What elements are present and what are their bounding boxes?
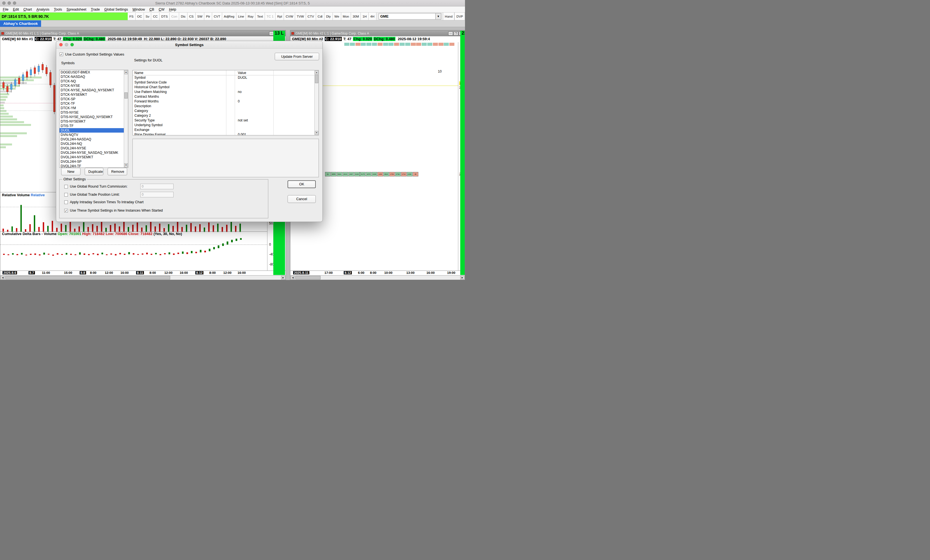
- cancel-button[interactable]: Cancel: [288, 195, 316, 203]
- toolbar-button[interactable]: Hand: [443, 12, 455, 20]
- menu-item[interactable]: Analysis: [34, 8, 52, 11]
- scroll-right-icon[interactable]: ▶: [460, 276, 465, 279]
- toolbar-button[interactable]: Dis: [179, 12, 188, 20]
- scroll-right-icon[interactable]: ▶: [281, 276, 285, 279]
- toolbar-button[interactable]: Ray: [246, 12, 255, 20]
- minimize-icon[interactable]: [8, 2, 11, 5]
- settings-table-row[interactable]: Category: [133, 109, 314, 114]
- toolbar-button[interactable]: AdjReg: [222, 12, 236, 20]
- toolbar-button[interactable]: CS: [188, 12, 196, 20]
- chart2-titlebar[interactable]: GME[M] 60 Min #2 L:1 | GameStop Corp. Cl…: [290, 31, 465, 36]
- menu-item[interactable]: Global Settings: [102, 8, 130, 11]
- scroll-left-icon[interactable]: ◀: [0, 276, 5, 279]
- toolbar-button[interactable]: OC: [135, 12, 144, 20]
- toolbar-button[interactable]: FS: [128, 12, 135, 20]
- symbol-list-item[interactable]: DVOL24H-NYSE_NASDAQ_NYSEMK: [60, 150, 124, 155]
- chart1-titlebar[interactable]: GME[M] 60 Min #1 L:1 | GameStop Corp. Cl…: [0, 31, 286, 36]
- symbol-list-item[interactable]: DVOL24H-SP: [60, 160, 124, 164]
- settings-table-row[interactable]: Historical Chart Symbol: [133, 85, 314, 90]
- symbol-list-item[interactable]: DTCK-NYSE: [60, 83, 124, 88]
- settings-table-row[interactable]: Exchange: [133, 127, 314, 132]
- symbol-combo[interactable]: GME ▼: [379, 13, 441, 20]
- global-position-limit-checkbox[interactable]: [64, 193, 68, 196]
- toolbar-button[interactable]: Rpl: [276, 12, 284, 20]
- toolbar-button[interactable]: CC: [151, 12, 160, 20]
- scrollbar-thumb[interactable]: [296, 276, 320, 279]
- chart2-h-scrollbar[interactable]: ◀ ▶: [290, 275, 465, 280]
- toolbar-button[interactable]: 1H: [361, 12, 369, 20]
- chevron-down-icon[interactable]: ▼: [436, 14, 441, 19]
- toolbar-button[interactable]: Text: [256, 12, 265, 20]
- ok-button[interactable]: OK: [288, 180, 316, 188]
- close-icon[interactable]: [2, 2, 6, 5]
- symbol-list-item[interactable]: DTIS-TF: [60, 124, 124, 128]
- settings-table-row[interactable]: Use Pattern Matching no: [133, 90, 314, 94]
- duplicate-button[interactable]: Duplicate: [85, 168, 103, 175]
- scroll-down-icon[interactable]: ▼: [315, 131, 318, 135]
- global-position-limit-input[interactable]: [140, 192, 174, 197]
- symbol-list-item[interactable]: DVOL24H-NYSEMKT: [60, 155, 124, 160]
- toolbar-button[interactable]: DTS: [160, 12, 169, 20]
- toolbar-button[interactable]: TVW: [295, 12, 306, 20]
- symbol-list-item[interactable]: DVOL24H-NQ: [60, 141, 124, 146]
- toolbar-button[interactable]: 4H: [369, 12, 376, 20]
- settings-table-row[interactable]: Description: [133, 104, 314, 109]
- toolbar-button[interactable]: Line: [236, 12, 246, 20]
- maximize-icon[interactable]: [71, 43, 74, 46]
- scrollbar-thumb[interactable]: [315, 75, 318, 83]
- menu-item[interactable]: Window: [130, 8, 147, 11]
- chart1-h-scrollbar[interactable]: ◀ ▶: [0, 275, 286, 280]
- settings-table-row[interactable]: Underlying Symbol: [133, 123, 314, 127]
- scrollbar-thumb[interactable]: [5, 276, 170, 279]
- dialog-titlebar[interactable]: Symbol Settings: [56, 41, 322, 49]
- new-button[interactable]: New: [61, 168, 80, 175]
- remove-button[interactable]: Remove: [108, 168, 127, 175]
- settings-table-scrollbar[interactable]: ▲ ▼: [314, 71, 319, 135]
- menu-item[interactable]: File: [0, 8, 11, 11]
- toolbar-button[interactable]: TC 1: [265, 12, 276, 20]
- toolbar-button[interactable]: SW: [196, 12, 205, 20]
- symbol-list-scrollbar[interactable]: ▲ ▼: [124, 70, 128, 167]
- symbol-list-item[interactable]: DVN-NQTV: [60, 133, 124, 137]
- intraday-session-checkbox[interactable]: [64, 201, 68, 204]
- symbol-list-item[interactable]: DTCK-NASDAQ: [60, 75, 124, 79]
- toolbar-button[interactable]: Sv: [144, 12, 151, 20]
- settings-table-row[interactable]: Category 2: [133, 114, 314, 118]
- global-commission-input[interactable]: [140, 184, 174, 189]
- symbol-list-item[interactable]: DTIS-NYSE: [60, 110, 124, 115]
- settings-table-row[interactable]: Contract Months: [133, 94, 314, 99]
- tab-chartbook[interactable]: Abhay's Chartbook: [0, 20, 41, 27]
- menu-item[interactable]: CB: [147, 8, 156, 11]
- toolbar-button[interactable]: Dly: [325, 12, 333, 20]
- scrollbar-thumb[interactable]: [124, 92, 128, 98]
- toolbar-button[interactable]: Con: [169, 12, 179, 20]
- toolbar-button[interactable]: DVP: [454, 12, 465, 20]
- symbol-list-item[interactable]: DUOL: [60, 128, 124, 133]
- symbol-list-item[interactable]: DVOL24H-TF: [60, 164, 124, 168]
- menu-item[interactable]: Chart: [21, 8, 34, 11]
- settings-table-row[interactable]: Forward Months 0: [133, 99, 314, 104]
- update-from-server-button[interactable]: Update From Server: [275, 53, 319, 60]
- symbol-list-item[interactable]: DOGEUSDT-BMEX: [60, 70, 124, 75]
- menu-item[interactable]: Edit: [11, 8, 21, 11]
- global-commission-checkbox[interactable]: [64, 185, 68, 189]
- settings-table-row[interactable]: Security Type not set: [133, 118, 314, 123]
- symbol-list-item[interactable]: DVOL24H-NASDAQ: [60, 137, 124, 141]
- settings-table-row[interactable]: Price Display Format 0.001: [133, 132, 314, 135]
- toolbar-button[interactable]: Mon: [341, 12, 351, 20]
- minimize-icon[interactable]: —: [448, 32, 453, 35]
- settings-table-row[interactable]: Symbol Service Code: [133, 80, 314, 85]
- symbol-list-item[interactable]: DTCK-YM: [60, 106, 124, 110]
- toolbar-button[interactable]: Cdl: [316, 12, 325, 20]
- toolbar-button[interactable]: Ptr: [204, 12, 212, 20]
- maximize-icon[interactable]: [13, 2, 16, 5]
- menu-item[interactable]: Trade: [89, 8, 102, 11]
- restore-icon[interactable]: ❐: [454, 32, 458, 35]
- scroll-down-icon[interactable]: ▼: [124, 163, 128, 167]
- symbol-list-item[interactable]: DTCK-TF: [60, 101, 124, 106]
- symbol-list-item[interactable]: DTIS-NYSEMKT: [60, 119, 124, 124]
- symbol-list-item[interactable]: DTCK-NQ: [60, 79, 124, 83]
- menu-item[interactable]: Tools: [52, 8, 64, 11]
- symbol-list-item[interactable]: DVOL24H-NYSE: [60, 146, 124, 150]
- scroll-left-icon[interactable]: ◀: [291, 276, 295, 279]
